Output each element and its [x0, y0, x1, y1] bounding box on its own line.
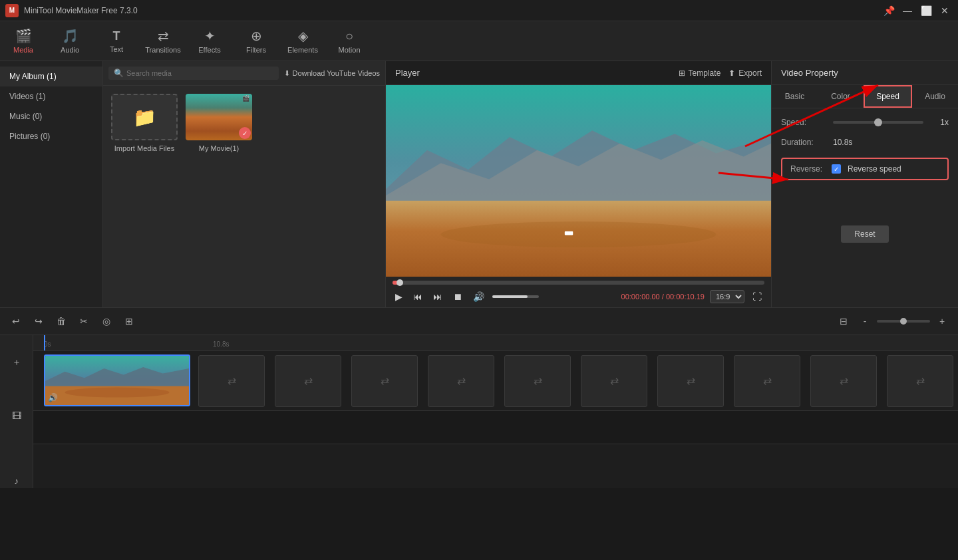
- player-header-right: ⊞ Template ⬆ Export: [679, 69, 762, 78]
- add-track-button[interactable]: ＋: [9, 355, 25, 370]
- export-button[interactable]: ⬆ Export: [728, 69, 762, 78]
- zoom-in-button[interactable]: +: [933, 312, 951, 331]
- clip-audio-icon: 🔊: [48, 393, 58, 402]
- transition-slot-6[interactable]: ⇄: [581, 355, 647, 407]
- reset-button[interactable]: Reset: [841, 225, 888, 243]
- zoom-slider[interactable]: [877, 320, 930, 323]
- zoom-knob[interactable]: [900, 318, 907, 325]
- video-property-title: Video Property: [772, 61, 958, 85]
- toolbar-item-motion[interactable]: ○ Motion: [326, 21, 373, 61]
- export-icon: ⬆: [728, 69, 735, 78]
- minimize-button[interactable]: —: [899, 3, 915, 19]
- play-button[interactable]: ▶: [393, 290, 405, 303]
- progress-knob[interactable]: [397, 279, 403, 286]
- next-frame-button[interactable]: ⏭: [430, 290, 445, 303]
- filters-label: Filters: [246, 46, 266, 54]
- transition-slot-1[interactable]: ⇄: [198, 355, 265, 407]
- main-toolbar: 🎬 Media 🎵 Audio T Text ⇄ Transitions ✦ E…: [0, 21, 958, 61]
- maximize-button[interactable]: ⬜: [918, 3, 934, 19]
- player-header: Player ⊞ Template ⬆ Export: [386, 61, 771, 85]
- toolbar-item-filters[interactable]: ⊕ Filters: [233, 21, 279, 61]
- toolbar-item-transitions[interactable]: ⇄ Transitions: [140, 21, 186, 61]
- clip-preview-svg: [45, 356, 189, 405]
- tab-audio[interactable]: Audio: [912, 85, 958, 108]
- stop-button[interactable]: ⏹: [450, 290, 465, 303]
- timeline-left-panel: ＋ 🎞 ♪: [0, 335, 33, 488]
- search-wrapper[interactable]: 🔍: [108, 67, 279, 80]
- transition-slot-5[interactable]: ⇄: [504, 355, 571, 407]
- property-tabs: Basic Color Speed Audio: [772, 85, 958, 108]
- effects-icon: ✦: [204, 28, 216, 44]
- title-bar: M MiniTool MovieMaker Free 7.3.0 📌 — ⬜ ✕: [0, 0, 958, 21]
- volume-slider[interactable]: [492, 295, 539, 298]
- transition-slot-9[interactable]: ⇄: [810, 355, 877, 407]
- tab-basic[interactable]: Basic: [772, 85, 818, 108]
- audio-track-icon[interactable]: ♪: [9, 474, 25, 488]
- timeline-main: 0s 10.8s: [33, 335, 958, 488]
- undo-button[interactable]: ↩: [7, 312, 25, 331]
- sidebar-item-music[interactable]: Music (0): [0, 106, 102, 126]
- check-badge: ✓: [239, 127, 251, 139]
- toolbar-item-effects[interactable]: ✦ Effects: [186, 21, 233, 61]
- video-track-icon[interactable]: 🎞: [9, 408, 25, 423]
- sidebar-item-pictures[interactable]: Pictures (0): [0, 126, 102, 146]
- template-icon: ⊞: [679, 69, 685, 78]
- template-button[interactable]: ⊞ Template: [679, 69, 721, 78]
- timeline-tracks: 🔊 ⇄ ⇄ ⇄ ⇄ ⇄ ⇄ ⇄ ⇄ ⇄ ⇄: [33, 351, 958, 488]
- transitions-icon: ⇄: [158, 28, 169, 44]
- close-button[interactable]: ✕: [937, 3, 953, 19]
- speed-slider[interactable]: [833, 121, 923, 124]
- video-container: [386, 85, 771, 277]
- aspect-ratio-select[interactable]: 16:9 4:3 1:1 9:16: [710, 290, 744, 303]
- sidebar-item-my-album[interactable]: My Album (1): [0, 67, 102, 86]
- my-movie-thumb[interactable]: 🎬 ✓: [186, 94, 252, 140]
- duration-value: 10.8s: [833, 138, 852, 147]
- text-label: Text: [110, 45, 123, 53]
- split-view-button[interactable]: ⊟: [834, 312, 853, 331]
- prev-frame-button[interactable]: ⏮: [410, 290, 425, 303]
- audio-label: Audio: [61, 46, 79, 54]
- edit-tools: ↩ ↪ 🗑 ✂ ◎ ⊞: [7, 312, 138, 331]
- transition-slot-7[interactable]: ⇄: [657, 355, 724, 407]
- detach-audio-button[interactable]: ◎: [97, 312, 116, 331]
- video-preview: [386, 85, 771, 277]
- toolbar-item-elements[interactable]: ◈ Elements: [279, 21, 326, 61]
- reverse-section: Reverse: ✓ Reverse speed: [781, 158, 949, 180]
- transition-slot-4[interactable]: ⇄: [428, 355, 494, 407]
- tab-speed[interactable]: Speed: [864, 85, 912, 108]
- player-title: Player: [395, 68, 420, 78]
- crop-button[interactable]: ⊞: [120, 312, 138, 331]
- toolbar-item-audio[interactable]: 🎵 Audio: [47, 21, 93, 61]
- pin-button[interactable]: 📌: [881, 3, 897, 19]
- transition-slot-2[interactable]: ⇄: [275, 355, 341, 407]
- tab-color[interactable]: Color: [818, 85, 864, 108]
- import-media-thumb[interactable]: 📁: [111, 94, 178, 140]
- delete-button[interactable]: 🗑: [52, 312, 71, 331]
- cut-button[interactable]: ✂: [75, 312, 93, 331]
- transition-slot-8[interactable]: ⇄: [734, 355, 800, 407]
- sidebar-item-videos[interactable]: Videos (1): [0, 86, 102, 106]
- import-media-item[interactable]: 📁 Import Media Files: [111, 94, 178, 152]
- search-input[interactable]: [126, 69, 273, 77]
- video-clip[interactable]: 🔊: [44, 354, 190, 406]
- volume-button[interactable]: 🔊: [470, 290, 487, 303]
- my-movie-item[interactable]: 🎬 ✓ My Movie(1): [186, 94, 252, 152]
- media-icon: 🎬: [15, 28, 32, 44]
- transition-slot-3[interactable]: ⇄: [351, 355, 418, 407]
- effects-label: Effects: [198, 46, 220, 54]
- zoom-out-button[interactable]: -: [856, 312, 874, 331]
- reverse-row: Reverse: ✓ Reverse speed: [781, 158, 949, 180]
- timeline-cursor[interactable]: [44, 335, 45, 350]
- redo-button[interactable]: ↪: [29, 312, 48, 331]
- transition-slot-10[interactable]: ⇄: [887, 355, 953, 407]
- toolbar-item-text[interactable]: T Text: [93, 21, 140, 61]
- toolbar-item-media[interactable]: 🎬 Media: [0, 21, 47, 61]
- progress-bar[interactable]: [393, 281, 764, 285]
- zoom-controls: ⊟ - +: [834, 312, 951, 331]
- speed-slider-knob[interactable]: [874, 118, 882, 126]
- duration-row: Duration: 10.8s: [781, 138, 949, 147]
- download-icon: ⬇: [284, 69, 290, 78]
- download-youtube-button[interactable]: ⬇ Download YouTube Videos: [284, 69, 381, 78]
- reverse-checkbox[interactable]: ✓: [832, 164, 841, 174]
- fullscreen-button[interactable]: ⛶: [750, 290, 764, 303]
